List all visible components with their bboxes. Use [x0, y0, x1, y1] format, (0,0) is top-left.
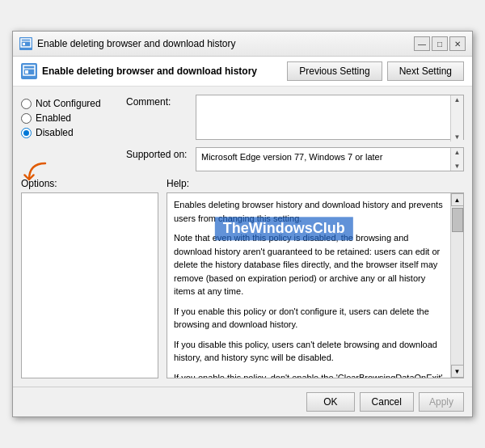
help-label: Help: [167, 178, 464, 189]
radio-label-disabled: Disabled [36, 127, 74, 138]
svg-rect-0 [21, 39, 31, 47]
help-scrollbar: ▲ ▼ [450, 193, 463, 378]
footer: OK Cancel Apply [13, 387, 472, 416]
close-button[interactable]: ✕ [449, 36, 466, 51]
next-setting-button[interactable]: Next Setting [387, 61, 464, 81]
help-p2: Note that even with this policy is disab… [174, 231, 449, 298]
help-content: Enables deleting browser history and dow… [167, 193, 463, 378]
title-controls: — □ ✕ [414, 36, 466, 51]
title-bar-left: Enable deleting browser and download his… [19, 37, 236, 50]
svg-rect-2 [23, 43, 25, 45]
comment-scroll-up[interactable]: ▲ [454, 96, 461, 104]
right-panel: Comment: ▲ ▼ Supported on: Microsoft Edg… [126, 95, 464, 171]
options-box [21, 192, 158, 378]
options-panel: Options: [21, 178, 158, 378]
title-text: Enable deleting browser and download his… [37, 38, 236, 49]
supported-label: Supported on: [126, 147, 191, 160]
help-scroll-thumb[interactable] [452, 208, 463, 232]
radio-disabled[interactable]: Disabled [21, 127, 118, 138]
help-scroll-down-btn[interactable]: ▼ [451, 365, 464, 378]
help-p5: If you enable this policy, don't enable … [174, 371, 449, 378]
previous-setting-button[interactable]: Previous Setting [287, 61, 382, 81]
top-section: Not Configured Enabled Disabled Comment: [21, 95, 464, 171]
minimize-button[interactable]: — [414, 36, 430, 51]
comment-textarea[interactable] [196, 95, 464, 140]
svg-rect-5 [25, 70, 28, 74]
maximize-button[interactable]: □ [432, 36, 448, 51]
subtitle-bar: Enable deleting browser and download his… [13, 57, 472, 87]
help-panel: Help: Enables deleting browser history a… [167, 178, 464, 378]
title-bar: Enable deleting browser and download his… [13, 32, 472, 57]
supported-scrollbar: ▲ ▼ [450, 148, 463, 171]
supported-box: Microsoft Edge version 77, Windows 7 or … [196, 147, 464, 171]
help-scroll-track[interactable] [451, 206, 463, 365]
radio-circle-disabled [21, 128, 32, 138]
dialog-window: Enable deleting browser and download his… [12, 31, 473, 417]
subtitle-text: Enable deleting browser and download his… [42, 66, 282, 77]
comment-scroll-down[interactable]: ▼ [454, 133, 461, 141]
main-content: Not Configured Enabled Disabled Comment: [13, 87, 472, 387]
radio-label-not-configured: Not Configured [36, 98, 101, 109]
arrow-indicator [19, 157, 52, 192]
radio-label-enabled: Enabled [36, 112, 71, 124]
subtitle-icon [21, 63, 37, 79]
help-p4: If you disable this policy, users can't … [174, 338, 449, 365]
ok-button[interactable]: OK [306, 392, 354, 412]
supported-row: Supported on: Microsoft Edge version 77,… [126, 147, 464, 171]
comment-scrollbar: ▲ ▼ [450, 95, 463, 142]
subtitle-buttons: Previous Setting Next Setting [287, 61, 464, 81]
supported-scroll-down[interactable]: ▼ [454, 163, 461, 170]
comment-label: Comment: [126, 95, 191, 108]
radio-group: Not Configured Enabled Disabled [21, 98, 118, 138]
supported-text: Microsoft Edge version 77, Windows 7 or … [201, 152, 382, 162]
help-box: Enables deleting browser history and dow… [167, 192, 464, 378]
radio-not-configured[interactable]: Not Configured [21, 98, 118, 109]
radio-circle-not-configured [21, 99, 32, 109]
comment-row: Comment: ▲ ▼ [126, 95, 464, 142]
supported-scroll-up[interactable]: ▲ [454, 149, 461, 156]
apply-button[interactable]: Apply [419, 392, 464, 412]
radio-circle-enabled [21, 113, 32, 124]
help-p3: If you enable this policy or don't confi… [174, 305, 449, 332]
dialog-icon [19, 37, 32, 50]
bottom-section: Options: Help: Enables deleting browser … [21, 178, 464, 378]
help-scroll-up-btn[interactable]: ▲ [451, 193, 464, 206]
help-p1: Enables deleting browser history and dow… [174, 198, 449, 225]
cancel-button[interactable]: Cancel [360, 392, 414, 412]
radio-enabled[interactable]: Enabled [21, 112, 118, 124]
